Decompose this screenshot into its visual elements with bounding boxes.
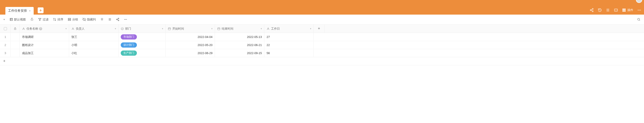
view-selector[interactable]: 默认视图 <box>10 18 26 22</box>
cell-end[interactable]: 2022-06-21 <box>215 41 264 49</box>
svg-rect-38 <box>14 28 16 30</box>
svg-rect-22 <box>68 18 71 19</box>
cell-days[interactable]: 27 <box>264 33 314 41</box>
chevron-down-icon[interactable]: ▼ <box>260 28 262 30</box>
history-icon[interactable] <box>598 8 602 12</box>
format-icon[interactable] <box>100 18 104 21</box>
column-header-start[interactable]: 开始时间 ▼ <box>166 24 215 33</box>
svg-point-29 <box>116 19 117 20</box>
add-table-button[interactable]: + <box>38 8 44 13</box>
table-row[interactable]: 2图纸设计小明设计部门2022-05-202022-06-2122 <box>0 41 644 49</box>
column-label: 部门 <box>125 27 131 31</box>
cell-end[interactable]: 2022-05-13 <box>215 33 264 41</box>
add-column-button[interactable]: + <box>314 24 324 33</box>
top-header-strip <box>0 0 644 6</box>
plugin-label: 插件 <box>628 8 633 12</box>
row-height-icon[interactable] <box>108 18 112 21</box>
cell-task[interactable]: 市场调研 <box>20 33 69 41</box>
cell-start[interactable]: 2022-04-04 <box>166 33 215 41</box>
column-header-days[interactable]: 工作日 ▼ <box>264 24 314 33</box>
svg-point-39 <box>121 28 124 30</box>
more-icon[interactable] <box>637 8 641 12</box>
share-view-icon[interactable] <box>116 18 120 21</box>
help-icon[interactable]: ? <box>39 27 42 30</box>
tab-label: 工作任务安排 <box>8 9 27 13</box>
text-type-icon <box>22 27 25 30</box>
grid-header-row: 任务名称 ? ▼ 负责人 ▼ 部门 ▼ 开始时间 ▼ 结束时间 ▼ 工作日 ▼ <box>0 24 644 33</box>
svg-rect-10 <box>622 8 624 10</box>
svg-point-15 <box>639 10 640 10</box>
plugin-button[interactable]: 插件 <box>622 8 633 12</box>
svg-line-3 <box>591 9 592 10</box>
dept-tag: 生产部门 <box>121 50 137 56</box>
cell-owner[interactable]: 小红 <box>69 49 118 57</box>
svg-rect-44 <box>218 28 220 30</box>
row-number: 1 <box>0 33 11 41</box>
svg-marker-21 <box>38 18 41 21</box>
chevron-down-icon[interactable]: ▼ <box>29 10 31 12</box>
column-header-dept[interactable]: 部门 ▼ <box>118 24 166 33</box>
checkbox-icon[interactable] <box>4 27 7 30</box>
single-select-type-icon <box>121 27 124 30</box>
row-lock-cell <box>11 41 20 49</box>
cell-dept[interactable]: 设计部门 <box>118 41 166 49</box>
share-icon[interactable] <box>590 8 594 12</box>
chevron-down-icon[interactable]: ▼ <box>162 28 164 30</box>
cell-start[interactable]: 2022-06-29 <box>166 49 215 57</box>
column-header-end[interactable]: 结束时间 ▼ <box>215 24 264 33</box>
api-icon[interactable]: ‹/› <box>614 8 618 12</box>
row-number: 2 <box>0 41 11 49</box>
list-icon[interactable] <box>606 8 610 12</box>
view-name: 默认视图 <box>14 18 26 22</box>
cell-start[interactable]: 2022-05-20 <box>166 41 215 49</box>
collapse-views-icon[interactable]: ▼ <box>3 18 5 21</box>
svg-point-36 <box>638 18 640 20</box>
view-toolbar: ▼ 默认视图 过滤 排序 分组 隐藏列 <box>0 14 644 24</box>
dept-tag: 市场部门 <box>121 34 137 40</box>
tab-bar-actions: ‹/› 插件 <box>590 6 641 14</box>
chevron-down-icon[interactable]: ▼ <box>211 28 213 30</box>
data-grid: 任务名称 ? ▼ 负责人 ▼ 部门 ▼ 开始时间 ▼ 结束时间 ▼ 工作日 ▼ <box>0 24 644 65</box>
sort-button[interactable]: 排序 <box>53 18 63 22</box>
chevron-down-icon[interactable]: ▼ <box>65 28 67 30</box>
svg-point-34 <box>125 19 126 20</box>
lock-icon[interactable] <box>30 18 34 22</box>
svg-line-31 <box>117 19 118 19</box>
select-all-header[interactable] <box>0 24 11 33</box>
column-header-owner[interactable]: 负责人 ▼ <box>69 24 118 33</box>
table-row[interactable]: 1市场调研张三市场部门2022-04-042022-05-1327 <box>0 33 644 41</box>
chevron-down-icon[interactable]: ▼ <box>114 28 116 30</box>
add-row-button[interactable]: + <box>0 57 644 65</box>
svg-point-16 <box>640 10 641 10</box>
hide-columns-button[interactable]: 隐藏列 <box>82 18 96 22</box>
table-tab[interactable]: 工作任务安排 ▼ <box>6 7 34 14</box>
cell-dept[interactable]: 市场部门 <box>118 33 166 41</box>
cell-days[interactable]: 56 <box>264 49 314 57</box>
more-toolbar-icon[interactable] <box>124 18 127 21</box>
table-row[interactable]: 3成品加工小红生产部门2022-06-292022-09-1556 <box>0 49 644 57</box>
tab-bar: 工作任务安排 ▼ + ‹/› 插件 <box>0 6 644 14</box>
cell-days[interactable]: 22 <box>264 41 314 49</box>
cell-owner[interactable]: 小明 <box>69 41 118 49</box>
cell-task[interactable]: 成品加工 <box>20 49 69 57</box>
svg-rect-11 <box>624 8 626 10</box>
cell-owner[interactable]: 张三 <box>69 33 118 41</box>
cell-end[interactable]: 2022-09-15 <box>215 49 264 57</box>
filter-button[interactable]: 过滤 <box>38 18 48 22</box>
cell-dept[interactable]: 生产部门 <box>118 49 166 57</box>
svg-line-32 <box>117 20 118 20</box>
group-label: 分组 <box>72 18 78 22</box>
chevron-down-icon[interactable]: ▼ <box>310 28 312 30</box>
svg-point-14 <box>638 10 638 10</box>
svg-point-30 <box>118 20 119 21</box>
text-type-icon <box>266 27 270 30</box>
svg-rect-40 <box>168 28 171 30</box>
avatar[interactable] <box>636 0 642 3</box>
group-button[interactable]: 分组 <box>68 18 78 22</box>
svg-point-1 <box>590 10 591 11</box>
svg-line-37 <box>639 20 640 21</box>
search-icon[interactable] <box>637 18 640 21</box>
column-header-task[interactable]: 任务名称 ? ▼ <box>20 24 69 33</box>
cell-task[interactable]: 图纸设计 <box>20 41 69 49</box>
text-type-icon <box>71 27 74 30</box>
